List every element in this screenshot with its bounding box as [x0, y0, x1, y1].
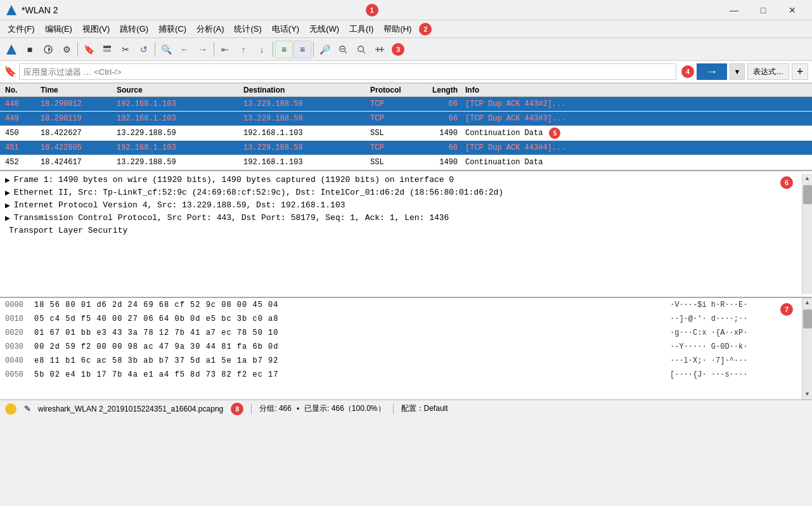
hex-bytes-4: e8 11 b1 6c ac 58 3b ab b7 37 5d a1 5e 1… [34, 356, 660, 365]
cut-button[interactable]: ✂ [117, 41, 134, 58]
menu-file[interactable]: 文件(F) [3, 22, 40, 36]
table-button[interactable] [98, 41, 116, 58]
bookmark-button[interactable]: 🔖 [80, 41, 98, 58]
expand-ip-icon[interactable]: ▶ [5, 200, 10, 211]
detail-row-ip: ▶ Internet Protocol Version 4, Src: 13.2… [0, 199, 802, 212]
col-header-proto: Protocol [368, 86, 418, 94]
status-config: 配置：Default [401, 403, 448, 414]
maximize-button[interactable]: □ [749, 1, 778, 20]
window-controls: — □ ✕ [719, 1, 807, 20]
filter-input[interactable] [19, 63, 676, 80]
svg-marker-1 [6, 44, 16, 55]
badge-4: 4 [681, 65, 694, 78]
app-logo [5, 4, 18, 16]
hex-row-2: 0020 01 67 01 bb e3 43 3a 78 12 7b 41 a7… [0, 326, 802, 340]
hex-bytes-5: 5b 02 e4 1b 17 7b 4a e1 a4 f5 8d 73 82 f… [34, 370, 660, 379]
filter-dropdown-button[interactable]: ▼ [730, 63, 745, 80]
hex-bytes-3: 00 2d 59 f2 00 00 98 ac 47 9a 30 44 81 f… [34, 342, 660, 351]
svg-point-9 [358, 46, 364, 51]
goto-next-button[interactable]: ↓ [253, 41, 271, 58]
svg-marker-0 [6, 5, 16, 15]
hex-ascii-0: ·V···-$i h·R···E· [670, 301, 797, 309]
add-filter-button[interactable]: + [792, 63, 808, 80]
badge-6: 6 [780, 176, 793, 189]
bookmark-filter-icon: 🔖 [4, 65, 16, 78]
table-row[interactable]: 451 18.422805 192.168.1.103 13.229.188.5… [0, 141, 812, 155]
hex-bytes-1: 05 c4 5d f5 40 00 27 06 64 0b 0d e5 bc 3… [34, 315, 660, 323]
hex-ascii-3: ·-Y····· G·0D··k· [670, 342, 797, 351]
detail-scrollbar[interactable]: ▲ [802, 174, 812, 294]
menu-analyze[interactable]: 分析(A) [191, 22, 229, 36]
detail-row-ethernet: ▶ Ethernet II, Src: Tp-LinkT_cf:52:9c (2… [0, 186, 802, 199]
hex-offset-3: 0030 [5, 342, 34, 351]
color1-button[interactable]: ≡ [275, 41, 293, 58]
col-header-no: No. [0, 86, 38, 94]
options-button[interactable]: ⚙ [58, 41, 75, 58]
filter-apply-button[interactable]: → [697, 63, 727, 80]
zoom-reset-button[interactable] [352, 41, 370, 58]
menu-stats[interactable]: 统计(S) [229, 22, 266, 36]
resize-columns-button[interactable] [371, 41, 389, 58]
status-filename: wireshark_WLAN 2_20191015224351_a16604.p… [38, 405, 223, 413]
refresh-button[interactable]: ↺ [135, 41, 153, 58]
menu-edit[interactable]: 编辑(E) [40, 22, 77, 36]
badge-8: 8 [231, 403, 243, 415]
expand-ethernet-icon[interactable]: ▶ [5, 188, 10, 198]
menu-capture[interactable]: 捕获(C) [153, 22, 191, 36]
expand-frame-icon[interactable]: ▶ [5, 175, 10, 185]
menu-help[interactable]: 帮助(H) [378, 22, 416, 36]
back-button[interactable]: ← [176, 41, 193, 58]
hex-row-1: 0010 05 c4 5d f5 40 00 27 06 64 0b 0d e5… [0, 312, 802, 326]
table-row[interactable]: 450 18.422627 13.229.188.59 192.168.1.10… [0, 126, 812, 141]
menu-tools[interactable]: 工具(I) [344, 22, 378, 36]
hex-ascii-2: ·g···C:x ·{A··xP· [670, 328, 797, 337]
statusbar: ✎ wireshark_WLAN 2_20191015224351_a16604… [0, 399, 812, 417]
minimize-button[interactable]: — [719, 1, 749, 20]
badge-2: 2 [419, 23, 432, 36]
table-row[interactable]: 448 18.290012 192.168.1.103 13.229.188.5… [0, 97, 812, 112]
status-groups: 分组: 466 [259, 403, 292, 414]
forward-button[interactable]: → [194, 41, 212, 58]
hex-ascii-4: ···l·X;· ·7]·^··· [670, 356, 797, 365]
goto-prev-button[interactable]: ↑ [235, 41, 252, 58]
table-row[interactable]: 452 18.424617 13.229.188.59 192.168.1.10… [0, 155, 812, 170]
menu-jump[interactable]: 跳转(G) [115, 22, 153, 36]
svg-rect-4 [103, 46, 111, 48]
col-header-time: Time [38, 86, 114, 94]
restart-button[interactable] [39, 41, 57, 58]
menu-phone[interactable]: 电话(Y) [267, 22, 304, 36]
zoom-in-button[interactable]: 🔎 [316, 41, 333, 58]
badge-1: 1 [366, 4, 378, 16]
detail-row-tcp: ▶ Transmission Control Protocol, Src Por… [0, 212, 802, 224]
hex-row-5: 0050 5b 02 e4 1b 17 7b 4a e1 a4 f5 8d 73… [0, 368, 802, 382]
color2-button[interactable]: ≡ [293, 41, 311, 58]
svg-marker-3 [48, 47, 51, 52]
detail-tcp-text: Transmission Control Protocol, Src Port:… [14, 213, 797, 223]
packet-list-header: No. Time Source Destination Protocol Len… [0, 84, 812, 97]
hex-ascii-5: [····{J· ···s···· [670, 370, 797, 379]
menu-wireless[interactable]: 无线(W) [304, 22, 344, 36]
status-separator: • [297, 405, 299, 413]
shark-fin-icon [3, 41, 20, 58]
expand-tcp-icon[interactable]: ▶ [5, 213, 10, 223]
hex-pane: 0000 18 56 80 01 d6 2d 24 69 68 cf 52 9c… [0, 298, 812, 399]
status-displayed: 已显示: 466（100.0%） [304, 403, 385, 414]
toolbar-sep-1 [77, 42, 78, 57]
search-button[interactable]: 🔍 [157, 41, 175, 58]
filter-expression-button[interactable]: 表达式… [747, 63, 789, 80]
goto-first-button[interactable]: ⇤ [216, 41, 234, 58]
detail-row-frame: ▶ Frame 1: 1490 bytes on wire (11920 bit… [0, 174, 802, 186]
menubar: 文件(F) 编辑(E) 视图(V) 跳转(G) 捕获(C) 分析(A) 统计(S… [0, 20, 812, 38]
close-button[interactable]: ✕ [778, 1, 807, 20]
packet-list: No. Time Source Destination Protocol Len… [0, 84, 812, 171]
svg-rect-5 [103, 49, 111, 52]
table-row[interactable]: 449 18.290119 192.168.1.103 13.229.188.5… [0, 112, 812, 126]
menu-view[interactable]: 视图(V) [77, 22, 115, 36]
zoom-out-button[interactable] [334, 41, 352, 58]
hex-scrollbar[interactable]: ▲ ▼ [802, 298, 812, 399]
svg-line-7 [345, 51, 347, 53]
hex-bytes-2: 01 67 01 bb e3 43 3a 78 12 7b 41 a7 ec 7… [34, 328, 660, 337]
svg-line-10 [363, 51, 366, 53]
stop-button[interactable]: ■ [21, 41, 39, 58]
hex-bytes-0: 18 56 80 01 d6 2d 24 69 68 cf 52 9c 08 0… [34, 301, 660, 309]
